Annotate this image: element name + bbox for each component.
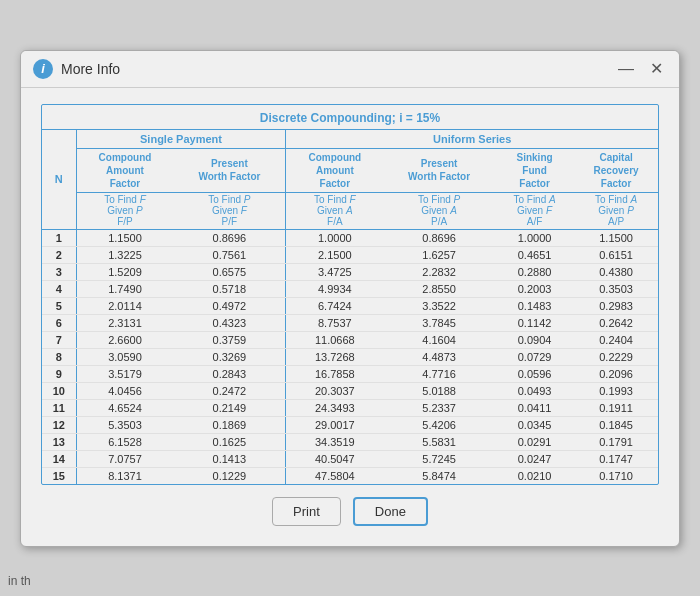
- row-val-5: 0.0596: [495, 365, 574, 382]
- row-val-4: 4.4873: [383, 348, 495, 365]
- row-val-6: 0.3503: [574, 280, 658, 297]
- row-val-3: 2.1500: [286, 246, 383, 263]
- row-val-3: 16.7858: [286, 365, 383, 382]
- row-val-5: 1.0000: [495, 229, 574, 246]
- row-val-1: 6.1528: [76, 433, 173, 450]
- col-header-row: CompoundAmountFactor PresentWorth Factor…: [42, 148, 658, 192]
- row-n: 1: [42, 229, 76, 246]
- row-n: 4: [42, 280, 76, 297]
- row-val-2: 0.7561: [173, 246, 286, 263]
- row-val-3: 6.7424: [286, 297, 383, 314]
- table-row: 93.51790.284316.78584.77160.05960.2096: [42, 365, 658, 382]
- col-header-4: PresentWorth Factor: [383, 148, 495, 192]
- row-n: 6: [42, 314, 76, 331]
- row-val-2: 0.3759: [173, 331, 286, 348]
- row-val-1: 1.1500: [76, 229, 173, 246]
- row-val-6: 0.2404: [574, 331, 658, 348]
- row-val-5: 0.4651: [495, 246, 574, 263]
- row-val-4: 5.4206: [383, 416, 495, 433]
- row-val-5: 0.0210: [495, 467, 574, 484]
- table-row: 158.13710.122947.58045.84740.02100.1710: [42, 467, 658, 484]
- row-val-1: 2.6600: [76, 331, 173, 348]
- row-n: 5: [42, 297, 76, 314]
- data-table: N Single Payment Uniform Series Compound…: [42, 130, 658, 484]
- row-val-4: 5.8474: [383, 467, 495, 484]
- row-val-3: 40.5047: [286, 450, 383, 467]
- row-val-6: 0.2096: [574, 365, 658, 382]
- sub-header-2: To Find PGiven FP/F: [173, 192, 286, 229]
- title-bar: i More Info — ✕: [21, 51, 679, 88]
- row-val-3: 20.3037: [286, 382, 383, 399]
- row-val-5: 0.1483: [495, 297, 574, 314]
- table-row: 114.65240.214924.34935.23370.04110.1911: [42, 399, 658, 416]
- table-row: 136.15280.162534.35195.58310.02910.1791: [42, 433, 658, 450]
- row-val-1: 1.7490: [76, 280, 173, 297]
- row-val-6: 0.6151: [574, 246, 658, 263]
- col-header-1: CompoundAmountFactor: [76, 148, 173, 192]
- sub-header-4: To Find PGiven AP/A: [383, 192, 495, 229]
- table-row: 147.07570.141340.50475.72450.02470.1747: [42, 450, 658, 467]
- row-val-3: 47.5804: [286, 467, 383, 484]
- row-val-2: 0.1869: [173, 416, 286, 433]
- n-header: N: [42, 130, 76, 230]
- row-val-1: 3.0590: [76, 348, 173, 365]
- row-val-4: 2.8550: [383, 280, 495, 297]
- table-row: 104.04560.247220.30375.01880.04930.1993: [42, 382, 658, 399]
- minimize-button[interactable]: —: [614, 59, 638, 78]
- row-val-5: 0.2003: [495, 280, 574, 297]
- row-val-3: 29.0017: [286, 416, 383, 433]
- row-val-4: 4.1604: [383, 331, 495, 348]
- row-val-2: 0.3269: [173, 348, 286, 365]
- row-val-2: 0.4323: [173, 314, 286, 331]
- title-bar-controls: — ✕: [614, 59, 667, 78]
- table-row: 83.05900.326913.72684.48730.07290.2229: [42, 348, 658, 365]
- row-val-5: 0.0729: [495, 348, 574, 365]
- row-n: 14: [42, 450, 76, 467]
- print-button[interactable]: Print: [272, 497, 341, 526]
- row-val-5: 0.0411: [495, 399, 574, 416]
- done-button[interactable]: Done: [353, 497, 428, 526]
- row-val-6: 0.1845: [574, 416, 658, 433]
- row-val-3: 34.3519: [286, 433, 383, 450]
- single-payment-header: Single Payment: [76, 130, 286, 149]
- row-val-1: 5.3503: [76, 416, 173, 433]
- row-n: 13: [42, 433, 76, 450]
- row-val-6: 1.1500: [574, 229, 658, 246]
- close-button[interactable]: ✕: [646, 59, 667, 78]
- row-val-5: 0.0247: [495, 450, 574, 467]
- info-icon: i: [33, 59, 53, 79]
- main-window: i More Info — ✕ Discrete Compounding; i …: [20, 50, 680, 547]
- row-val-3: 11.0668: [286, 331, 383, 348]
- row-val-6: 0.2229: [574, 348, 658, 365]
- row-val-2: 0.1413: [173, 450, 286, 467]
- row-val-5: 0.0345: [495, 416, 574, 433]
- row-val-6: 0.1747: [574, 450, 658, 467]
- row-val-1: 1.5209: [76, 263, 173, 280]
- row-n: 10: [42, 382, 76, 399]
- row-val-4: 3.3522: [383, 297, 495, 314]
- sub-header-6: To Find AGiven PA/P: [574, 192, 658, 229]
- row-val-1: 7.0757: [76, 450, 173, 467]
- row-val-4: 5.5831: [383, 433, 495, 450]
- content-area: Discrete Compounding; i = 15% N Single P…: [21, 88, 679, 546]
- row-val-4: 2.2832: [383, 263, 495, 280]
- row-val-4: 5.0188: [383, 382, 495, 399]
- row-val-1: 2.3131: [76, 314, 173, 331]
- table-row: 62.31310.43238.75373.78450.11420.2642: [42, 314, 658, 331]
- row-val-3: 24.3493: [286, 399, 383, 416]
- window-title: More Info: [61, 61, 120, 77]
- row-val-1: 8.1371: [76, 467, 173, 484]
- row-val-2: 0.5718: [173, 280, 286, 297]
- row-n: 11: [42, 399, 76, 416]
- row-n: 15: [42, 467, 76, 484]
- bottom-text: in th: [8, 574, 31, 588]
- row-val-6: 0.1993: [574, 382, 658, 399]
- row-val-6: 0.2983: [574, 297, 658, 314]
- table-row: 11.15000.86961.00000.86961.00001.1500: [42, 229, 658, 246]
- row-val-4: 1.6257: [383, 246, 495, 263]
- row-val-3: 3.4725: [286, 263, 383, 280]
- sub-header-3: To Find FGiven AF/A: [286, 192, 383, 229]
- row-val-2: 0.1625: [173, 433, 286, 450]
- row-val-6: 0.4380: [574, 263, 658, 280]
- row-val-1: 4.6524: [76, 399, 173, 416]
